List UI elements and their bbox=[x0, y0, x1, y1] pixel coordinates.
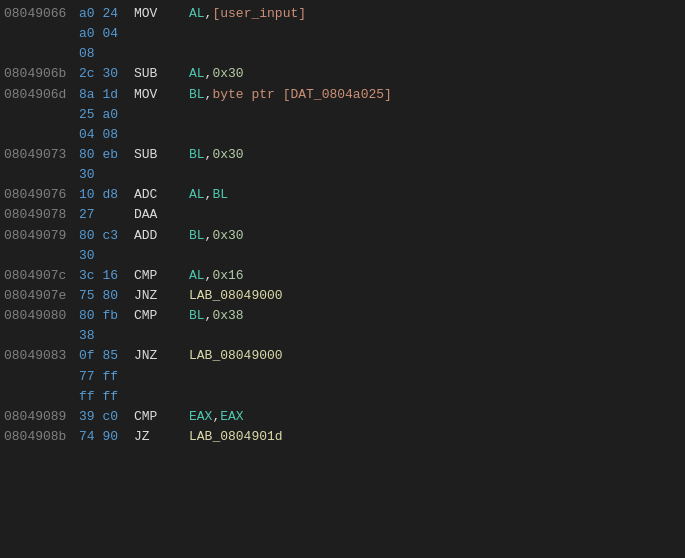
mnemonic: CMP bbox=[134, 306, 189, 326]
operands: BL,0x38 bbox=[189, 306, 681, 326]
operands: LAB_0804901d bbox=[189, 427, 681, 447]
continuation-row: 38 bbox=[0, 326, 685, 346]
imm-operand: 0x30 bbox=[212, 147, 243, 162]
continuation-bytes: ff ff bbox=[79, 387, 134, 407]
continuation-bytes: 30 bbox=[79, 246, 134, 266]
bytes: 74 90 bbox=[79, 427, 134, 447]
bytes: 8a 1d bbox=[79, 85, 134, 105]
disasm-row[interactable]: 0804907c3c 16CMPAL,0x16 bbox=[0, 266, 685, 286]
continuation-row: 30 bbox=[0, 246, 685, 266]
mnemonic: JNZ bbox=[134, 286, 189, 306]
disasm-row[interactable]: 0804907610 d8ADCAL,BL bbox=[0, 185, 685, 205]
addr-spacer bbox=[4, 44, 79, 64]
operands: LAB_08049000 bbox=[189, 286, 681, 306]
operands: AL,0x16 bbox=[189, 266, 681, 286]
mnemonic: MOV bbox=[134, 85, 189, 105]
continuation-row: 77 ff bbox=[0, 367, 685, 387]
addr-spacer bbox=[4, 165, 79, 185]
bytes: 80 fb bbox=[79, 306, 134, 326]
disasm-row[interactable]: 0804907980 c3ADDBL,0x30 bbox=[0, 226, 685, 246]
operands: LAB_08049000 bbox=[189, 346, 681, 366]
address: 08049066 bbox=[4, 4, 79, 24]
bytes: 39 c0 bbox=[79, 407, 134, 427]
mnemonic: JZ bbox=[134, 427, 189, 447]
reg-operand: BL bbox=[212, 187, 228, 202]
addr-spacer bbox=[4, 326, 79, 346]
mem-operand: byte ptr [DAT_0804a025] bbox=[212, 87, 391, 102]
operands: BL,byte ptr [DAT_0804a025] bbox=[189, 85, 681, 105]
addr-spacer bbox=[4, 105, 79, 125]
continuation-bytes: 25 a0 bbox=[79, 105, 134, 125]
label-operand: LAB_08049000 bbox=[189, 288, 283, 303]
disasm-row[interactable]: 0804908b74 90JZLAB_0804901d bbox=[0, 427, 685, 447]
imm-operand: 0x16 bbox=[212, 268, 243, 283]
mnemonic: MOV bbox=[134, 4, 189, 24]
imm-operand: 0x30 bbox=[212, 66, 243, 81]
continuation-bytes: 08 bbox=[79, 44, 134, 64]
disasm-row[interactable]: 0804908080 fbCMPBL,0x38 bbox=[0, 306, 685, 326]
operands: AL,0x30 bbox=[189, 64, 681, 84]
mnemonic: ADD bbox=[134, 226, 189, 246]
reg-operand: BL bbox=[189, 87, 205, 102]
continuation-bytes: a0 04 bbox=[79, 24, 134, 44]
label-operand: LAB_0804901d bbox=[189, 429, 283, 444]
disassembly-view: 08049066a0 24MOVAL,[user_input]a0 040808… bbox=[0, 0, 685, 451]
addr-spacer bbox=[4, 367, 79, 387]
address: 08049079 bbox=[4, 226, 79, 246]
address: 08049080 bbox=[4, 306, 79, 326]
address: 0804906b bbox=[4, 64, 79, 84]
continuation-row: a0 04 bbox=[0, 24, 685, 44]
operands: AL,[user_input] bbox=[189, 4, 681, 24]
mnemonic: CMP bbox=[134, 266, 189, 286]
mnemonic: SUB bbox=[134, 145, 189, 165]
disasm-row[interactable]: 08049066a0 24MOVAL,[user_input] bbox=[0, 4, 685, 24]
continuation-row: 25 a0 bbox=[0, 105, 685, 125]
addr-spacer bbox=[4, 125, 79, 145]
disasm-row[interactable]: 0804907827DAA bbox=[0, 205, 685, 225]
addr-spacer bbox=[4, 24, 79, 44]
reg-operand: AL bbox=[189, 6, 205, 21]
operands: BL,0x30 bbox=[189, 226, 681, 246]
reg-operand: BL bbox=[189, 228, 205, 243]
continuation-row: 30 bbox=[0, 165, 685, 185]
mem-operand: [user_input] bbox=[212, 6, 306, 21]
imm-operand: 0x38 bbox=[212, 308, 243, 323]
continuation-bytes: 04 08 bbox=[79, 125, 134, 145]
mnemonic: CMP bbox=[134, 407, 189, 427]
reg-operand: AL bbox=[189, 268, 205, 283]
address: 08049089 bbox=[4, 407, 79, 427]
bytes: 80 c3 bbox=[79, 226, 134, 246]
disasm-row[interactable]: 0804907e75 80JNZLAB_08049000 bbox=[0, 286, 685, 306]
bytes: 27 bbox=[79, 205, 134, 225]
disasm-row[interactable]: 0804906d8a 1dMOVBL,byte ptr [DAT_0804a02… bbox=[0, 85, 685, 105]
bytes: 80 eb bbox=[79, 145, 134, 165]
addr-spacer bbox=[4, 387, 79, 407]
reg-operand: BL bbox=[189, 308, 205, 323]
continuation-bytes: 30 bbox=[79, 165, 134, 185]
address: 0804907e bbox=[4, 286, 79, 306]
addr-spacer bbox=[4, 246, 79, 266]
reg-operand: AL bbox=[189, 66, 205, 81]
continuation-row: 04 08 bbox=[0, 125, 685, 145]
bytes: 10 d8 bbox=[79, 185, 134, 205]
operands: BL,0x30 bbox=[189, 145, 681, 165]
bytes: 0f 85 bbox=[79, 346, 134, 366]
address: 0804907c bbox=[4, 266, 79, 286]
operands: EAX,EAX bbox=[189, 407, 681, 427]
bytes: 3c 16 bbox=[79, 266, 134, 286]
disasm-row[interactable]: 0804908939 c0CMPEAX,EAX bbox=[0, 407, 685, 427]
continuation-bytes: 77 ff bbox=[79, 367, 134, 387]
bytes: 75 80 bbox=[79, 286, 134, 306]
imm-operand: 0x30 bbox=[212, 228, 243, 243]
mnemonic: SUB bbox=[134, 64, 189, 84]
address: 08049078 bbox=[4, 205, 79, 225]
disasm-row[interactable]: 080490830f 85JNZLAB_08049000 bbox=[0, 346, 685, 366]
reg-operand: AL bbox=[189, 187, 205, 202]
continuation-row: 08 bbox=[0, 44, 685, 64]
address: 08049073 bbox=[4, 145, 79, 165]
address: 0804906d bbox=[4, 85, 79, 105]
disasm-row[interactable]: 0804907380 ebSUBBL,0x30 bbox=[0, 145, 685, 165]
disasm-row[interactable]: 0804906b2c 30SUBAL,0x30 bbox=[0, 64, 685, 84]
reg-operand: EAX bbox=[189, 409, 212, 424]
continuation-row: ff ff bbox=[0, 387, 685, 407]
